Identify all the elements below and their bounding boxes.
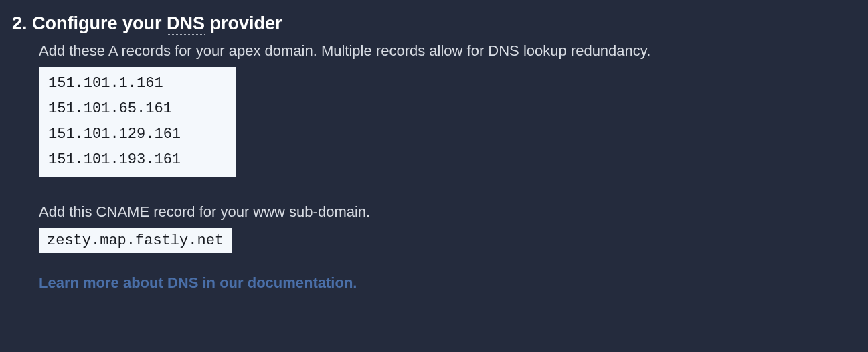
cname-section: Add this CNAME record for your www sub-d… [39, 202, 855, 253]
learn-more-link[interactable]: Learn more about DNS in our documentatio… [39, 274, 855, 292]
cname-description: Add this CNAME record for your www sub-d… [39, 202, 855, 223]
step-content: Add these A records for your apex domain… [12, 41, 855, 292]
step-number: 2. [12, 13, 27, 33]
a-records-block: 151.101.1.161 151.101.65.161 151.101.129… [39, 67, 236, 177]
cname-block: zesty.map.fastly.net [39, 228, 232, 253]
a-record-line: 151.101.1.161 [48, 75, 227, 96]
step-title-suffix: provider [205, 13, 282, 33]
dns-abbr: DNS [167, 13, 205, 35]
a-record-line: 151.101.129.161 [48, 122, 227, 147]
a-records-description: Add these A records for your apex domain… [39, 41, 855, 62]
cname-value: zesty.map.fastly.net [47, 232, 224, 249]
step-heading: 2. Configure your DNS provider [12, 13, 855, 34]
a-record-line: 151.101.65.161 [48, 96, 227, 122]
step-title-prefix: Configure your [32, 13, 167, 33]
a-record-line: 151.101.193.161 [48, 147, 227, 169]
